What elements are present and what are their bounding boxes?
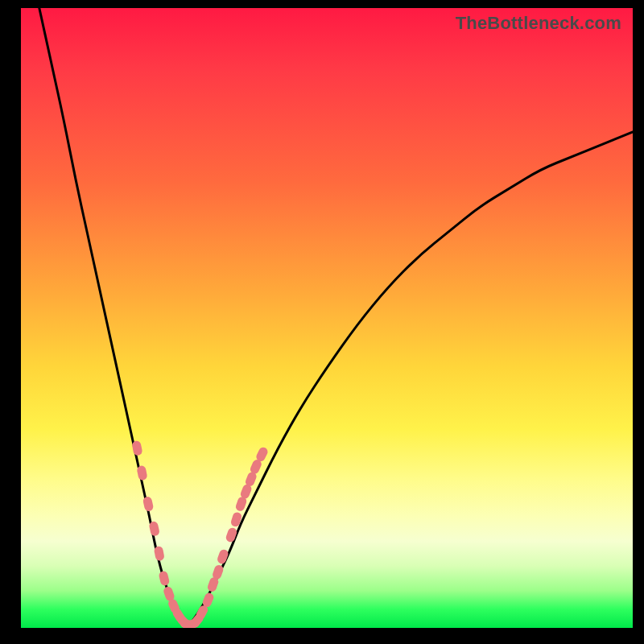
- left-branch-curve: [39, 8, 186, 628]
- scatter-marker: [225, 526, 237, 543]
- scatter-markers: [131, 440, 269, 628]
- chart-frame: TheBottleneck.com: [0, 0, 644, 644]
- chart-svg: [21, 8, 633, 628]
- scatter-marker: [142, 496, 155, 512]
- scatter-marker: [158, 570, 170, 586]
- right-branch-curve: [186, 132, 633, 628]
- plot-area: TheBottleneck.com: [21, 8, 633, 628]
- scatter-marker: [217, 548, 229, 565]
